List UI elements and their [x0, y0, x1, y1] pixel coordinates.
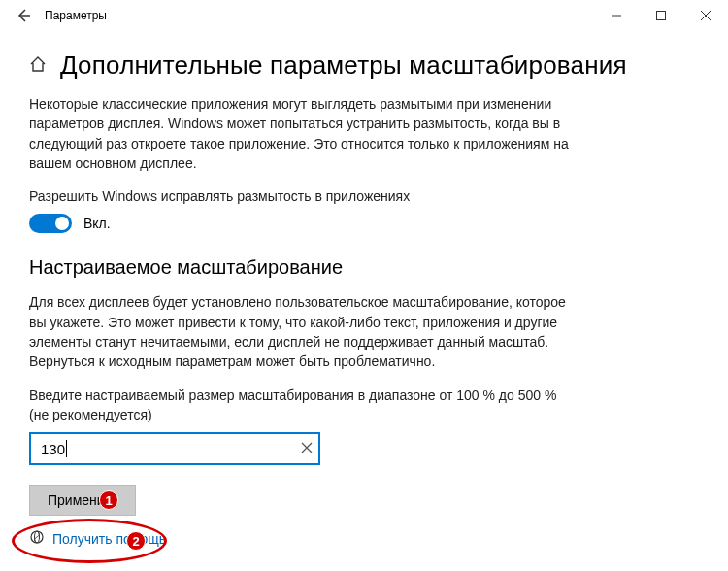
- help-row: Получить помощь: [29, 529, 699, 548]
- svg-rect-0: [657, 12, 666, 20]
- scale-input-prompt: Введите настраиваемый размер масштабиров…: [29, 386, 573, 425]
- back-button[interactable]: [8, 0, 39, 31]
- toggle-state-label: Вкл.: [83, 216, 111, 231]
- intro-text: Некоторые классические приложения могут …: [29, 94, 573, 173]
- content: Дополнительные параметры масштабирования…: [0, 31, 728, 548]
- scale-input-row: [29, 432, 320, 465]
- page-title: Дополнительные параметры масштабирования: [60, 50, 627, 81]
- clear-input-button[interactable]: [301, 441, 313, 456]
- help-icon: [29, 529, 45, 548]
- fix-blur-label: Разрешить Windows исправлять размытость …: [29, 186, 573, 206]
- fix-blur-toggle[interactable]: [29, 214, 72, 233]
- close-icon: [701, 11, 711, 20]
- toggle-knob: [55, 217, 69, 230]
- minimize-button[interactable]: [594, 0, 639, 31]
- maximize-icon: [656, 11, 666, 20]
- maximize-button[interactable]: [639, 0, 683, 31]
- x-icon: [301, 442, 313, 453]
- help-link[interactable]: Получить помощь: [52, 531, 166, 547]
- apply-button[interactable]: Применить: [29, 485, 136, 516]
- minimize-icon: [612, 11, 621, 20]
- toggle-row: Вкл.: [29, 214, 699, 233]
- custom-scaling-description: Для всех дисплеев будет установлено поль…: [29, 292, 573, 371]
- titlebar: Параметры: [0, 0, 728, 31]
- home-icon[interactable]: [29, 55, 47, 77]
- scale-input[interactable]: [29, 432, 320, 465]
- close-button[interactable]: [683, 0, 728, 31]
- arrow-left-icon: [16, 8, 31, 23]
- text-caret: [66, 440, 67, 457]
- window-title: Параметры: [45, 9, 107, 22]
- heading-row: Дополнительные параметры масштабирования: [29, 50, 699, 81]
- custom-scaling-heading: Настраиваемое масштабирование: [29, 256, 699, 279]
